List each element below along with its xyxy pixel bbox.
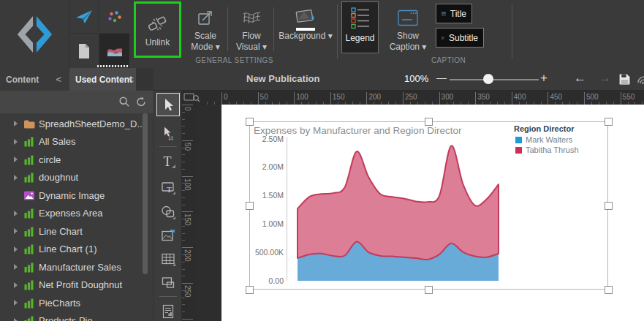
collapse-panel-icon[interactable]: < xyxy=(56,74,61,85)
mini-area-chart-icon xyxy=(106,45,124,57)
subtitle-label: Subtitle xyxy=(449,33,478,43)
folder-icon xyxy=(23,118,39,129)
ruler-major-tick xyxy=(584,92,585,105)
chart-icon xyxy=(23,262,39,273)
scatter-item-button[interactable] xyxy=(99,0,129,33)
save-button[interactable] xyxy=(618,73,631,88)
ruler-minor-tick xyxy=(182,276,185,276)
background-button[interactable]: Background ▾ xyxy=(276,4,335,42)
component-select-tool[interactable] xyxy=(157,122,179,144)
selection-handle-bottom-middle[interactable] xyxy=(425,286,433,294)
publish-signal-icon[interactable] xyxy=(637,72,644,90)
page-item-button[interactable] xyxy=(69,34,99,68)
show-caption-button[interactable]: Show Caption ▾ xyxy=(385,4,431,53)
expand-caret-icon[interactable] xyxy=(14,300,23,306)
selection-handle-bottom-left[interactable] xyxy=(246,286,254,294)
tree-item-spreadhsheetdemo-d[interactable]: SpreadhSheetDemo_D... xyxy=(0,115,154,133)
container-tool[interactable] xyxy=(157,271,179,293)
show-caption-icon xyxy=(397,4,419,31)
expand-caret-icon[interactable] xyxy=(14,211,23,216)
legend-icon xyxy=(349,2,371,33)
selection-handle-top-left[interactable] xyxy=(246,118,254,126)
search-icon[interactable] xyxy=(118,96,130,110)
expand-caret-icon[interactable] xyxy=(14,246,23,252)
table-tool[interactable] xyxy=(157,248,179,270)
publish-item-button[interactable] xyxy=(69,0,99,33)
selection-handle-top-middle[interactable] xyxy=(425,118,433,126)
text-tool[interactable]: T xyxy=(157,151,179,173)
content-tree: SpreadhSheetDemo_D...All Salescircledoug… xyxy=(0,115,154,321)
expand-caret-icon[interactable] xyxy=(14,156,23,162)
tree-item-net-profit-doughnut[interactable]: Net Profit Doughnut xyxy=(0,276,154,295)
flow-visual-button[interactable]: Flow Visual ▾ xyxy=(230,4,273,53)
expand-caret-icon[interactable] xyxy=(14,318,23,321)
save-floppy-icon xyxy=(618,73,631,86)
selection-rectangle xyxy=(249,121,608,290)
title-toggle-button[interactable]: Title xyxy=(436,4,472,23)
tree-item-products-pie[interactable]: Products Pie xyxy=(0,312,154,321)
title-label: Title xyxy=(450,9,466,19)
collapse-panel-icon[interactable]: < xyxy=(128,74,134,85)
tree-item-line-chart[interactable]: Line Chart xyxy=(0,222,154,241)
ruler-major-tick xyxy=(182,247,193,248)
zoom-slider-handle[interactable] xyxy=(483,74,493,84)
redo-forward-button-disabled[interactable]: → xyxy=(599,71,611,86)
expand-caret-icon[interactable] xyxy=(14,282,23,288)
ruler-minor-tick xyxy=(182,154,185,155)
tree-item-label: Expenses Area xyxy=(39,208,102,219)
scale-mode-button[interactable]: Scale Mode ▾ xyxy=(184,4,227,53)
ruler-minor-tick xyxy=(182,304,185,305)
unlink-button[interactable]: Unlink xyxy=(145,11,170,48)
zoom-out-button[interactable]: — xyxy=(436,72,447,83)
scatter-dots-icon xyxy=(107,10,123,23)
tree-item-label: circle xyxy=(39,154,61,165)
tree-item-label: Products Pie xyxy=(39,315,93,321)
ruler-major-tick xyxy=(182,283,193,284)
expand-caret-icon[interactable] xyxy=(14,121,23,126)
tree-item-line-chart-1[interactable]: Line Chart (1) xyxy=(0,241,154,259)
legend-toggle-button[interactable]: Legend xyxy=(341,1,379,53)
area-chart-item-button-selected[interactable] xyxy=(99,34,129,68)
app-logo[interactable] xyxy=(0,0,69,68)
ruler-minor-tick xyxy=(182,126,185,126)
panel-scrollbar-thumb[interactable] xyxy=(143,113,148,274)
chart-icon xyxy=(23,315,39,321)
tree-item-expenses-area[interactable]: Expenses Area xyxy=(0,205,154,223)
tree-item-label: doughnut xyxy=(39,172,78,183)
tree-item-dynamic-image[interactable]: Dynamic Image xyxy=(0,186,154,205)
expand-caret-icon[interactable] xyxy=(14,228,23,234)
chart-icon xyxy=(23,172,39,183)
expand-caret-icon[interactable] xyxy=(14,139,23,145)
subtitle-toggle-button[interactable]: Subtitle xyxy=(436,28,484,48)
tab-content[interactable]: Content < xyxy=(0,68,69,91)
tree-item-doughnut[interactable]: doughnut xyxy=(0,169,154,187)
selection-handle-middle-left[interactable] xyxy=(246,202,254,210)
tree-item-circle[interactable]: circle xyxy=(0,151,154,169)
ruler-minor-tick xyxy=(182,133,185,134)
select-tool[interactable] xyxy=(156,93,180,116)
expand-caret-icon[interactable] xyxy=(14,264,23,270)
chart-icon xyxy=(23,208,39,219)
selection-handle-middle-right[interactable] xyxy=(605,202,613,210)
undo-back-button[interactable]: ← xyxy=(574,71,586,86)
report-tool[interactable] xyxy=(157,301,179,321)
expand-caret-icon[interactable] xyxy=(14,175,23,181)
selection-handle-top-right[interactable] xyxy=(605,118,613,126)
image-tool[interactable] xyxy=(157,224,179,246)
label-icon: T xyxy=(160,179,176,195)
data-label-tool[interactable]: T xyxy=(157,176,179,198)
design-canvas[interactable]: Expenses by Manufacturer and Region Dire… xyxy=(221,105,644,321)
h-ruler-label: 400 xyxy=(514,93,526,101)
refresh-icon[interactable] xyxy=(135,96,147,110)
title-icon xyxy=(442,9,446,19)
selection-handle-bottom-right[interactable] xyxy=(605,286,613,294)
zoom-slider-track[interactable] xyxy=(450,79,539,80)
tree-item-all-sales[interactable]: All Sales xyxy=(0,133,154,151)
tab-used-content[interactable]: Used Content < xyxy=(69,68,136,91)
shape-tool[interactable] xyxy=(157,201,179,223)
zoom-in-button[interactable]: + xyxy=(540,71,548,86)
h-ruler-label: 550 xyxy=(623,93,635,101)
tree-item-piecharts[interactable]: PieCharts xyxy=(0,294,154,312)
scale-mode-icon xyxy=(197,4,215,31)
tree-item-manufacturer-sales[interactable]: Manufacturer Sales xyxy=(0,258,154,276)
